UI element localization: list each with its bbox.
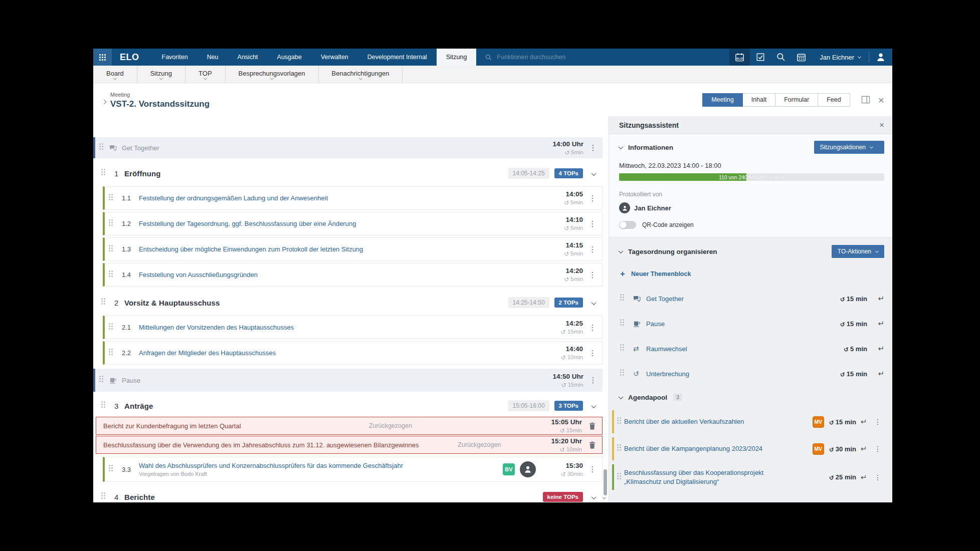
menu-item-development-internal[interactable]: Development Internal — [358, 49, 437, 66]
agenda-break-pause[interactable]: Pause 14:50 Uhr ↺15min ⋮ — [93, 369, 603, 392]
close-button[interactable]: × — [878, 95, 884, 105]
agenda-section-4[interactable]: 4 Berichte keine TOPs — [93, 488, 603, 502]
collapse-section-button[interactable] — [592, 492, 596, 501]
agenda-top-row[interactable]: 2.1 Mitteilungen der Vorsitzenden des Ha… — [103, 316, 603, 339]
toggle-sidebar-button[interactable] — [861, 96, 870, 104]
insert-button[interactable]: ↵ — [856, 473, 871, 482]
menu-item-favoriten[interactable]: Favoriten — [152, 49, 198, 66]
top-title[interactable]: Mitteilungen der Vorsitzenden des Haupta… — [139, 324, 304, 331]
organize-item-pause[interactable]: Pause ↺15 min ↵ — [620, 316, 884, 331]
delete-button[interactable] — [582, 441, 602, 449]
insert-button[interactable]: ↵ — [856, 417, 871, 426]
profile-button[interactable] — [869, 49, 892, 66]
chevron-down-icon[interactable] — [619, 248, 624, 253]
close-icon[interactable]: × — [879, 121, 884, 129]
pool-item[interactable]: Bericht über die Kampangenplanung 2023/2… — [612, 437, 884, 460]
menu-item-verwalten[interactable]: Verwalten — [311, 49, 358, 66]
ribbon-besprechungsvorlagen[interactable]: Besprechungsvorlagen — [226, 66, 319, 83]
agenda-top-row[interactable]: 1.2 Feststellung der Tagesordnung, ggf. … — [103, 212, 603, 235]
agenda-withdrawn-row[interactable]: Beschlussfassung über die Verwendung des… — [96, 436, 603, 454]
organize-item-get-together[interactable]: Get Together ↺15 min ↵ — [620, 291, 884, 306]
menu-item-ausgabe[interactable]: Ausgabe — [268, 49, 311, 66]
scrollbar-thumb[interactable] — [604, 469, 607, 495]
kebab-menu[interactable]: ⋮ — [583, 465, 602, 474]
sitzungsaktionen-button[interactable]: Sitzungsaktionen — [814, 141, 884, 154]
tab-formular[interactable]: Formular — [775, 93, 818, 107]
organize-item-label[interactable]: Raumwechsel — [646, 345, 687, 353]
kebab-menu[interactable]: ⋮ — [583, 376, 603, 385]
collapse-section-button[interactable] — [592, 298, 596, 307]
agenda-section-2[interactable]: 2 Vorsitz & Hauptausschuss 14:25-14:50 2… — [93, 294, 603, 312]
pool-item-title[interactable]: Beschlussfassung über das Kooperationspr… — [624, 468, 774, 486]
pool-item-title[interactable]: Bericht über die Kampangenplanung 2023/2… — [624, 444, 767, 453]
chevron-down-icon[interactable] — [619, 144, 624, 149]
pool-item[interactable]: Beschlussfassung über das Kooperationspr… — [612, 464, 884, 490]
agenda-top-row[interactable]: 1.1 Feststellung der ordnungsgemäßen Lad… — [103, 186, 603, 210]
menu-item-neu[interactable]: Neu — [198, 49, 228, 66]
menu-item-ansicht[interactable]: Ansicht — [228, 49, 268, 66]
agenda-section-3[interactable]: 3 Anträge 15:05-16:00 3 TOPs — [93, 397, 603, 415]
pool-item[interactable]: Bericht über die aktuellen Verkaufszahle… — [612, 410, 884, 433]
elo-meeting-app-button[interactable]: ELO — [729, 49, 750, 66]
top-title[interactable]: Feststellung der ordnungsgemäßen Ladung … — [139, 194, 338, 202]
kebab-menu[interactable]: ⋮ — [583, 349, 602, 358]
tab-meeting[interactable]: Meeting — [702, 93, 742, 107]
insert-button[interactable]: ↵ — [867, 319, 884, 328]
kebab-menu[interactable]: ⋮ — [583, 143, 603, 152]
tab-inhalt[interactable]: Inhalt — [743, 93, 776, 107]
agenda-top-row[interactable]: 3.3 Wahl des Abschlussprüfers und Konzer… — [103, 457, 603, 482]
agenda-top-row[interactable]: 2.2 Anfragen der Mitglieder des Hauptaus… — [103, 341, 603, 365]
insert-button[interactable]: ↵ — [856, 444, 871, 453]
scroll-down-arrow[interactable] — [603, 492, 606, 501]
search-input[interactable] — [496, 53, 596, 61]
tasks-button[interactable] — [750, 49, 770, 66]
insert-button[interactable]: ↵ — [867, 294, 884, 303]
top-title[interactable]: Wahl des Abschlussprüfers und Konzernabs… — [139, 462, 413, 469]
menu-item-sitzung-active[interactable]: Sitzung — [437, 49, 477, 66]
top-title[interactable]: Feststellung der Tagesordnung, ggf. Besc… — [139, 220, 366, 227]
insert-button[interactable]: ↵ — [867, 369, 884, 378]
organize-item-label[interactable]: Pause — [646, 320, 665, 328]
kebab-menu[interactable]: ⋮ — [871, 445, 884, 453]
kebab-menu[interactable]: ⋮ — [583, 245, 602, 254]
function-search[interactable] — [485, 49, 596, 66]
user-menu[interactable]: Jan Eichner — [812, 49, 869, 66]
organize-item-raumwechsel[interactable]: ⇄ Raumwechsel ↺5 min ↵ — [620, 341, 884, 356]
collapse-button[interactable] — [97, 100, 110, 104]
kebab-menu[interactable]: ⋮ — [583, 270, 602, 280]
top-title[interactable]: Entscheidung über mögliche Einwendungen … — [139, 245, 373, 253]
ribbon-sitzung[interactable]: Sitzung — [137, 66, 185, 83]
to-aktionen-button[interactable]: TO-Aktionen — [832, 245, 884, 258]
app-launcher-button[interactable] — [93, 49, 112, 66]
agenda-top-row[interactable]: 1.3 Entscheidung über mögliche Einwendun… — [103, 237, 603, 261]
kebab-menu[interactable]: ⋮ — [583, 323, 602, 332]
kebab-menu[interactable]: ⋮ — [583, 194, 602, 203]
organize-item-label[interactable]: Unterbrechung — [646, 370, 689, 378]
ribbon-benachrichtigungen[interactable]: Benachrichtigungen — [319, 66, 403, 83]
global-search-button[interactable] — [770, 49, 791, 66]
vertical-scrollbar[interactable] — [603, 116, 609, 502]
pool-item-title[interactable]: Bericht über die aktuellen Verkaufszahle… — [624, 417, 749, 426]
new-topic-block-button[interactable]: + Neuer Themenblock — [609, 264, 892, 281]
chevron-down-icon[interactable] — [619, 394, 624, 399]
calendar-button[interactable] — [791, 49, 812, 66]
agenda-section-1[interactable]: 1 Eröffnung 14:05-14:25 4 TOPs — [93, 164, 603, 182]
top-title[interactable]: Feststellung von Ausschließungsgründen — [139, 271, 268, 279]
ribbon-board[interactable]: Board — [93, 66, 137, 83]
kebab-menu[interactable]: ⋮ — [583, 219, 602, 228]
insert-button[interactable]: ↵ — [867, 344, 884, 353]
organize-item-unterbrechung[interactable]: ↺ Unterbrechung ↺15 min ↵ — [620, 366, 884, 381]
delete-button[interactable] — [582, 422, 602, 430]
kebab-menu[interactable]: ⋮ — [871, 418, 884, 426]
organize-item-label[interactable]: Get Together — [646, 295, 684, 303]
agenda-withdrawn-row[interactable]: Bericht zur Kundenbefragung im letzten Q… — [96, 417, 603, 435]
collapse-section-button[interactable] — [592, 169, 596, 178]
kebab-menu[interactable]: ⋮ — [871, 473, 884, 481]
agenda-break-get-together[interactable]: Get Together 14:00 Uhr ↺5min ⋮ — [93, 137, 603, 158]
agenda-top-row[interactable]: 1.4 Feststellung von Ausschließungsgründ… — [103, 263, 603, 287]
top-title[interactable]: Anfragen der Mitglieder des Hauptausschu… — [139, 349, 286, 357]
qr-code-toggle[interactable] — [619, 221, 636, 229]
ribbon-top[interactable]: TOP — [185, 66, 226, 83]
tab-feed[interactable]: Feed — [818, 93, 850, 107]
collapse-section-button[interactable] — [592, 401, 596, 410]
